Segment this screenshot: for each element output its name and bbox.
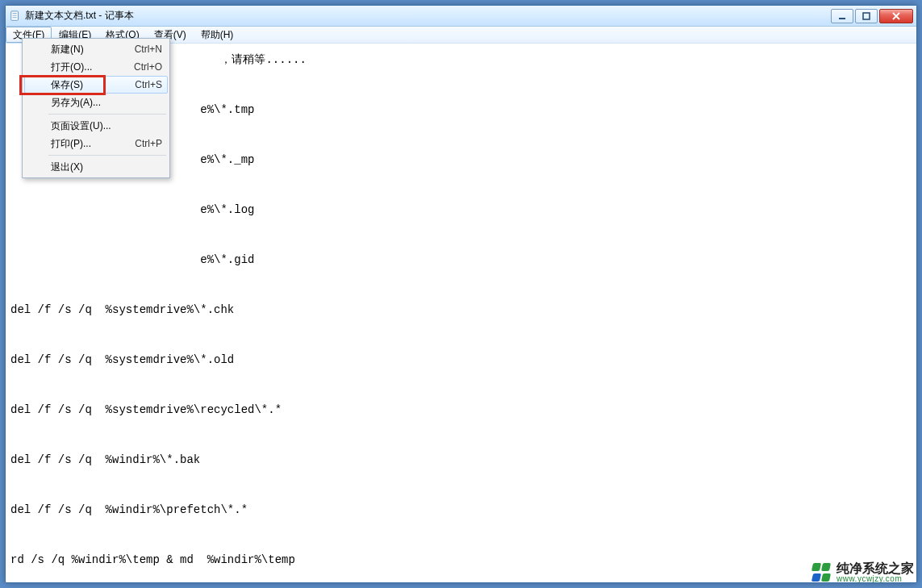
close-button[interactable] xyxy=(879,9,913,23)
menu-item-label: 另存为(A)... xyxy=(51,96,162,110)
menu-item-label: 页面设置(U)... xyxy=(51,119,162,133)
menu-item-exit[interactable]: 退出(X) xyxy=(24,158,168,176)
menu-item-label: 打开(O)... xyxy=(51,60,134,74)
menu-item-shortcut: Ctrl+P xyxy=(135,138,162,149)
menu-separator xyxy=(48,114,166,115)
menu-help[interactable]: 帮助(H) xyxy=(194,27,241,43)
window-controls xyxy=(831,9,913,23)
svg-rect-4 xyxy=(839,18,845,19)
menu-item-label: 打印(P)... xyxy=(51,137,135,151)
notepad-icon xyxy=(9,10,22,23)
menu-item-label: 保存(S) xyxy=(51,78,135,92)
menu-item-print[interactable]: 打印(P)... Ctrl+P xyxy=(24,135,168,152)
menu-item-label: 新建(N) xyxy=(51,43,135,56)
menu-item-new[interactable]: 新建(N) Ctrl+N xyxy=(24,40,168,58)
menu-item-shortcut: Ctrl+O xyxy=(134,61,162,73)
menu-item-shortcut: Ctrl+N xyxy=(135,44,162,55)
menu-item-shortcut: Ctrl+S xyxy=(135,79,162,90)
svg-rect-5 xyxy=(863,13,870,19)
menu-item-label: 退出(X) xyxy=(51,161,162,174)
menu-label: 帮助(H) xyxy=(201,28,234,42)
window-title: 新建文本文档.txt - 记事本 xyxy=(25,9,134,23)
maximize-button[interactable] xyxy=(855,9,878,23)
menu-item-open[interactable]: 打开(O)... Ctrl+O xyxy=(24,58,168,76)
title-bar[interactable]: 新建文本文档.txt - 记事本 xyxy=(6,6,916,27)
menu-item-saveas[interactable]: 另存为(A)... xyxy=(24,94,168,111)
file-dropdown: 新建(N) Ctrl+N 打开(O)... Ctrl+O 保存(S) Ctrl+… xyxy=(22,38,170,178)
minimize-button[interactable] xyxy=(831,9,853,23)
menu-separator xyxy=(48,155,166,156)
menu-item-save[interactable]: 保存(S) Ctrl+S xyxy=(24,76,168,94)
menu-item-pagesetup[interactable]: 页面设置(U)... xyxy=(24,117,168,135)
